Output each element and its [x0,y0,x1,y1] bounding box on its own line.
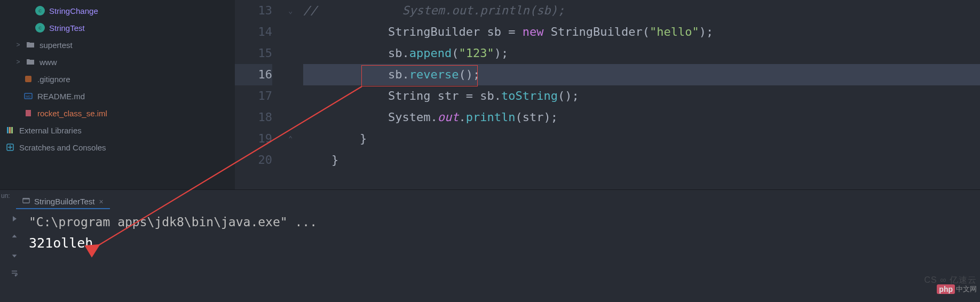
tree-item-www[interactable]: > www [3,53,235,70]
code-line-current[interactable]: sb.reverse(); [303,64,980,85]
code-line[interactable]: String str = sb.toString(); [303,85,980,107]
svg-rect-10 [11,127,13,133]
console-output[interactable]: "C:\program apps\jdk8\bin\java.exe" ... … [29,209,980,301]
svg-text:C: C [38,9,42,13]
close-icon[interactable]: × [99,197,103,206]
code-line[interactable]: } [303,149,980,171]
line-number: 15 [235,43,272,64]
tree-item-readme[interactable]: MD README.md [3,88,235,105]
rerun-icon[interactable] [9,213,20,224]
run-tab-stringbuildertest[interactable]: StringBuilderTest × [16,194,110,209]
svg-rect-7 [26,110,31,116]
chevron-right-icon[interactable]: > [15,41,21,49]
tree-item-scratches[interactable]: Scratches and Consoles [3,139,235,156]
markdown-icon: MD [23,91,33,101]
soft-wrap-icon[interactable] [9,268,20,279]
tree-label: External Libraries [19,126,82,135]
folder-icon [26,57,35,67]
console-line: "C:\program apps\jdk8\bin\java.exe" ... [29,211,980,233]
run-toolbar [0,209,29,301]
tree-label: supertest [39,41,73,50]
run-config-icon [22,197,30,206]
chevron-right-icon[interactable]: > [15,58,21,66]
code-editor[interactable]: 13 14 15 16 17 18 19 20 ⌄ ⌃ // System.ou… [235,0,980,189]
scratches-icon [5,142,15,152]
code-line[interactable]: // System.out.println(sb); [303,0,980,21]
fold-handle-icon[interactable]: ⌄ [288,6,293,15]
svg-text:C: C [38,26,42,30]
fold-handle-icon[interactable]: ⌃ [288,134,293,143]
line-number: 20 [235,149,272,171]
console-line-output: 321olleh [29,233,980,254]
line-number: 14 [235,21,272,43]
up-icon[interactable] [9,232,20,242]
tree-item-string-change[interactable]: C StringChange [3,2,235,19]
line-number: 19 [235,128,272,149]
run-label: un: [1,192,10,200]
tree-label: rocket_class_se.iml [37,109,107,118]
java-class-icon: C [35,23,45,33]
line-number: 17 [235,85,272,107]
run-tool-window: un: StringBuilderTest × [0,189,980,301]
tree-label: StringTest [49,23,85,33]
project-tree: C StringChange C StringTest > supertest … [0,0,235,189]
code-line[interactable]: System.out.println(str); [303,107,980,128]
run-tab-label: StringBuilderTest [34,197,94,206]
tree-item-gitignore[interactable]: .gitignore [3,70,235,88]
code-line[interactable]: } [303,128,980,149]
tree-label: README.md [37,92,85,101]
code-line[interactable]: sb.append("123"); [303,43,980,64]
tree-label: www [39,58,57,67]
line-number-gutter: 13 14 15 16 17 18 19 20 [235,0,286,189]
line-number: 13 [235,0,272,21]
svg-rect-13 [23,198,29,200]
tree-label: StringChange [49,6,98,15]
svg-text:MD: MD [26,95,31,98]
svg-rect-8 [7,127,9,133]
run-tab-bar: StringBuilderTest × [0,190,980,209]
iml-icon [23,108,33,118]
libraries-icon [5,125,15,135]
tree-item-iml[interactable]: rocket_class_se.iml [3,105,235,122]
gitignore-icon [23,74,33,84]
tree-item-supertest[interactable]: > supertest [3,36,235,53]
fold-gutter: ⌄ ⌃ [286,0,303,189]
svg-rect-9 [9,127,11,133]
line-number: 18 [235,107,272,128]
tree-label: .gitignore [37,75,70,84]
code-line[interactable]: StringBuilder sb = new StringBuilder("he… [303,21,980,43]
tree-label: Scratches and Consoles [19,143,106,152]
line-number: 16 [235,64,272,85]
svg-rect-4 [25,76,31,82]
down-icon[interactable] [9,250,20,260]
java-class-icon: C [35,6,45,15]
tree-item-string-test[interactable]: C StringTest [3,19,235,36]
folder-icon [26,40,35,50]
code-area[interactable]: // System.out.println(sb); StringBuilder… [303,0,980,189]
tree-item-external-libraries[interactable]: External Libraries [3,122,235,139]
